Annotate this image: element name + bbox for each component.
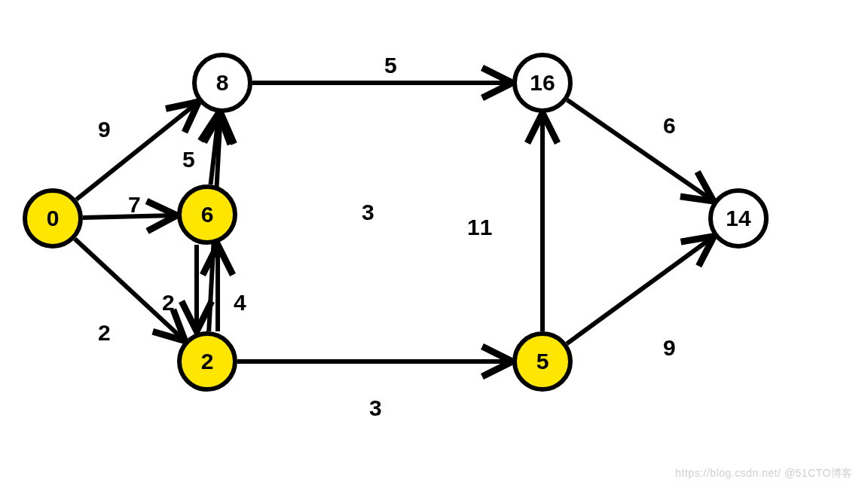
graph-node-label: 6 <box>201 202 214 227</box>
graph-node-14: 14 <box>708 188 769 249</box>
graph-node-label: 16 <box>530 70 555 96</box>
edge-weight-n5-n14: 9 <box>663 335 676 361</box>
edge-weight-n16-n14: 6 <box>663 113 676 139</box>
edge-n0-n2 <box>75 239 182 339</box>
graph-node-0: 0 <box>23 188 83 249</box>
edge-n5-n14 <box>567 238 711 343</box>
graph-node-label: 2 <box>201 349 214 374</box>
edge-n16-n14 <box>567 100 711 200</box>
watermark-text: https://blog.csdn.net/ @51CTO博客 <box>675 467 853 480</box>
edge-weight-n6-n2: 2 <box>162 290 175 316</box>
edge-weight-n0-n6: 7 <box>128 192 141 218</box>
graph-node-8: 8 <box>192 53 252 113</box>
edge-weight-n2-n6: 4 <box>234 290 246 316</box>
graph-node-16: 16 <box>512 53 573 113</box>
graph-node-5: 5 <box>512 331 573 392</box>
graph-node-2: 2 <box>177 331 237 392</box>
graph-node-label: 0 <box>47 206 60 231</box>
graph-node-6: 6 <box>177 185 237 245</box>
edge-weight-n5-n16: 11 <box>467 215 492 240</box>
edge-weight-n2-n5: 3 <box>369 395 382 421</box>
edge-weight-n2-n8: 3 <box>362 200 374 225</box>
edge-weight-n8-n16: 5 <box>384 53 397 78</box>
graph-node-label: 8 <box>216 70 229 96</box>
graph-node-label: 14 <box>726 206 750 231</box>
edge-n0-n8 <box>76 103 196 200</box>
edge-weight-n0-n8: 9 <box>98 117 111 142</box>
graph-node-label: 5 <box>536 349 549 374</box>
edge-weight-n0-n2: 2 <box>98 320 111 346</box>
edge-weight-n6-n8: 5 <box>182 147 195 172</box>
